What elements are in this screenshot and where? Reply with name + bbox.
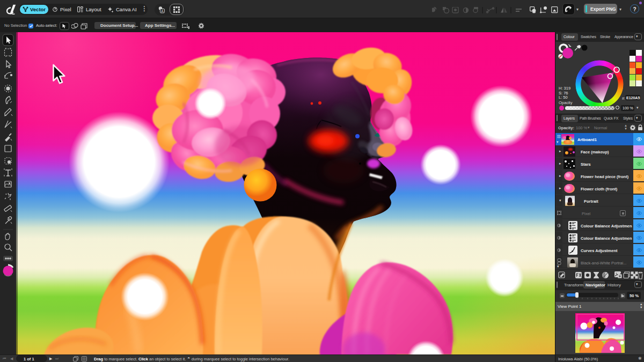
svg-text:A: A: [161, 9, 164, 13]
